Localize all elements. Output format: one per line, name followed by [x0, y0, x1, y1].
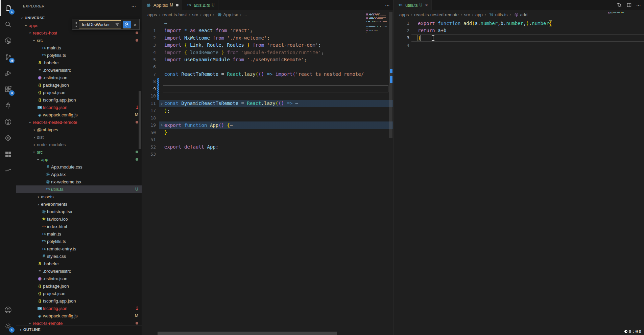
tab-label: utils.ts [405, 3, 418, 8]
breadcrumb-item[interactable]: apps [399, 12, 409, 17]
tree-item-main-ts[interactable]: TSmain.ts [16, 230, 142, 238]
tree-item-tsconfig-json[interactable]: TStsconfig.json2 [16, 305, 142, 312]
tree-item--browserslistrc[interactable]: ≡.browserslistrc [16, 267, 142, 275]
sidebar-scrollbar[interactable] [139, 91, 141, 149]
tab-close-icon[interactable]: × [425, 2, 428, 8]
tree-item-utils-ts[interactable]: TSutils.tsU [16, 185, 142, 193]
tree-item-index-html[interactable]: <>index.html [16, 223, 142, 230]
tree-item-tsconfig-app-json[interactable]: {}tsconfig.app.json [16, 96, 142, 104]
tree-item-src[interactable]: ›src [16, 148, 142, 156]
activity-bar-item-accounts[interactable] [0, 302, 16, 318]
activity-bar-item-todo-tree[interactable] [0, 97, 16, 114]
html-icon: <> [41, 225, 47, 228]
activity-bar-item-explorer[interactable]: 1 [0, 0, 16, 16]
code-editor-right[interactable]: 1export function add(a:number,b:number,)… [394, 19, 644, 49]
tree-item--mf-types[interactable]: ›@mf-types [16, 126, 142, 133]
tab-app-tsx[interactable]: App.tsxM [142, 0, 182, 10]
activity-bar-item-settings[interactable]: 1 [0, 318, 16, 334]
fold-chevron-icon[interactable]: › [159, 101, 164, 106]
minimap[interactable] [608, 12, 625, 17]
sidebar-more-actions-icon[interactable]: ⋯ [132, 3, 137, 9]
activity-bar-item-extensions[interactable]: 3 [0, 81, 16, 97]
activity-bar-item-ribbon-extension[interactable] [0, 130, 16, 146]
activity-bar-item-remote-explorer[interactable] [0, 32, 16, 49]
tree-item-node-modules[interactable]: ›node_modules [16, 141, 142, 148]
tree-item--babelrc[interactable]: B.babelrc [16, 59, 142, 66]
editor-horizontal-scrollbar[interactable] [158, 332, 337, 335]
code-text: export default App; [164, 144, 218, 150]
open-changes-icon[interactable] [617, 2, 622, 8]
editor-vertical-scrollbar[interactable] [388, 11, 393, 335]
tree-item-polyfills-ts[interactable]: TSpolyfills.ts [16, 238, 142, 245]
tree-item-package-json[interactable]: {}package.json [16, 81, 142, 89]
code-text: } [418, 35, 421, 41]
breadcrumb-item[interactable]: app [204, 12, 211, 17]
tree-item--eslintrc-json[interactable]: ◉.eslintrc.json [16, 74, 142, 81]
tree-item-styles-css[interactable]: #styles.css [16, 252, 142, 260]
tree-item-nx-welcome-tsx[interactable]: nx-welcome.tsx [16, 178, 142, 185]
activity-bar-item-source-control[interactable]: 38 [0, 49, 16, 65]
activity-bar-item-run-debug[interactable] [0, 65, 16, 81]
code-line-51: 51 [142, 136, 393, 143]
breadcrumb-item[interactable]: App.tsx [216, 12, 238, 17]
fold-chevron-icon[interactable]: › [159, 122, 164, 128]
tree-item-package-json[interactable]: {}package.json [16, 282, 142, 290]
tree-item--eslintrc-json[interactable]: ◉.eslintrc.json [16, 275, 142, 282]
code-editor-left[interactable]: ⋯1import * as React from 'react';2import… [142, 19, 393, 158]
breadcrumb-item[interactable]: src [464, 12, 470, 17]
tree-item-webpack-config-js[interactable]: ◈webpack.config.jsM [16, 111, 142, 118]
activity-bar-item-search[interactable] [0, 16, 16, 32]
unsaved-dot-icon[interactable] [176, 4, 178, 6]
panel-label: OUTLINE [23, 328, 41, 332]
find-widget-grip[interactable] [74, 22, 77, 27]
breadcrumb-item[interactable]: app [475, 12, 483, 17]
tree-item-app-module-css[interactable]: #App.module.css [16, 163, 142, 171]
tree-item-label: app [41, 157, 48, 162]
tree-item-dist[interactable]: ›dist [16, 133, 142, 141]
panel-header-timeline[interactable]: ›TIMELINE [16, 333, 142, 335]
activity-bar-item-squiggle-extension[interactable] [0, 162, 16, 179]
line-number: 11 [142, 101, 156, 106]
breadcrumb-label: add [520, 12, 528, 17]
activity-bar-item-grid-extension[interactable] [0, 146, 16, 162]
tree-item-bootstrap-tsx[interactable]: bootstrap.tsx [16, 208, 142, 215]
tree-item-app-tsx[interactable]: App.tsx [16, 171, 142, 178]
editor-actions-icon[interactable]: ⋯ [636, 2, 641, 8]
tree-item-label: tsconfig.json [43, 306, 67, 311]
tree-item-project-json[interactable]: {}project.json [16, 89, 142, 96]
tree-item-app[interactable]: ›app [16, 156, 142, 163]
tree-item-tsconfig-app-json[interactable]: {}tsconfig.app.json [16, 297, 142, 305]
tree-item-remote-entry-ts[interactable]: TSremote-entry.ts [16, 245, 142, 252]
tree-item-react-ts-nested-remote[interactable]: ›react-ts-nested-remote [16, 118, 142, 126]
fuzzy-search-toggle[interactable] [123, 21, 131, 28]
tree-item-tsconfig-json[interactable]: TStsconfig.json1 [16, 104, 142, 111]
breadcrumb-item[interactable]: apps [147, 12, 157, 17]
tree-item-main-ts[interactable]: TSmain.ts [16, 44, 142, 51]
breadcrumb-item[interactable]: ... [243, 12, 247, 17]
activity-bar-item-git-graph[interactable] [0, 114, 16, 130]
find-input[interactable] [81, 22, 115, 27]
breadcrumb-item[interactable]: react-ts-host [162, 12, 187, 17]
breadcrumb-item[interactable]: add [513, 12, 528, 17]
tab-utils-d-ts[interactable]: TSutils.d.tsU [182, 0, 218, 10]
tree-item-environments[interactable]: ›environments [16, 200, 142, 208]
tree-item--babelrc[interactable]: B.babelrc [16, 260, 142, 267]
tree-item-project-json[interactable]: {}project.json [16, 290, 142, 297]
tree-item-src[interactable]: ›src [16, 37, 142, 44]
tree-item-favicon-ico[interactable]: ★favicon.ico [16, 215, 142, 223]
tree-item--browserslistrc[interactable]: ≡.browserslistrc [16, 66, 142, 74]
breadcrumb-item[interactable]: src [192, 12, 198, 17]
tree-item-assets[interactable]: ›assets [16, 193, 142, 200]
breadcrumb-item[interactable]: react-ts-nested-remote [414, 12, 459, 17]
tab-utils-ts[interactable]: TSutils.tsU× [394, 0, 432, 10]
filter-icon[interactable] [115, 22, 120, 27]
tree-item-polyfills-ts[interactable]: TSpolyfills.ts [16, 51, 142, 59]
tree-item-react-ts-host[interactable]: ›react-ts-host [16, 29, 142, 37]
panel-header-outline[interactable]: ›OUTLINE [16, 326, 142, 333]
split-editor-icon[interactable] [626, 2, 632, 8]
tree-item-webpack-config-js[interactable]: ◈webpack.config.jsM [16, 312, 142, 319]
editor-actions-icon[interactable]: ⋯ [385, 2, 390, 8]
find-close-icon[interactable]: × [133, 22, 137, 27]
breadcrumb-item[interactable]: TSutils.ts [488, 12, 508, 17]
minimap[interactable] [366, 13, 387, 34]
